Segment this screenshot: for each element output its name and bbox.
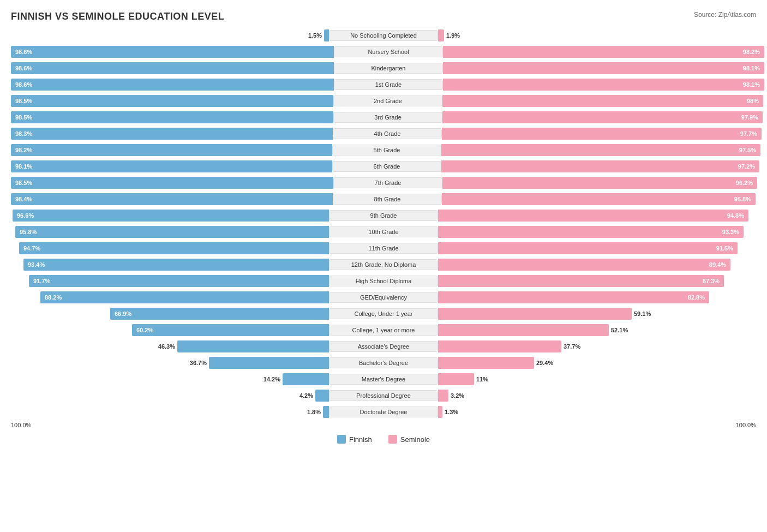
bar-left [283,373,329,385]
bar-right: 96.2% [442,177,757,189]
bar-row: 60.2%College, 1 year or more52.1% [11,322,756,338]
bar-center-label: 11th Grade [329,243,438,254]
legend: Finnish Seminole [11,435,756,444]
bar-right-wrap: 94.8% [438,208,756,223]
bar-row: 66.9%College, Under 1 year59.1% [11,306,756,321]
bar-left-wrap: 98.2% [11,142,332,158]
bar-center-label: 8th Grade [333,194,442,205]
bar-left-outside-label: 1.8% [307,409,321,415]
bar-right-inner-label: 98% [745,98,761,104]
bar-left-wrap: 60.2% [11,322,329,338]
finnish-color-box [337,435,346,444]
bar-left-inner-label: 98.6% [13,49,34,55]
bar-left: 98.5% [11,177,333,189]
bar-center-label: 6th Grade [332,161,441,172]
bar-left-inner-label: 95.8% [17,229,39,235]
bar-left-wrap: 98.5% [11,175,333,190]
chart-title: FINNISH VS SEMINOLE EDUCATION LEVEL [11,11,756,22]
bar-left-wrap: 14.2% [11,372,329,387]
bar-center-label: Kindergarten [334,63,443,74]
bar-center-label: College, Under 1 year [329,308,438,319]
bar-right-outside-label: 3.2% [451,392,464,399]
bar-left: 88.2% [40,291,329,303]
bar-left: 94.7% [19,242,329,254]
bar-right-wrap: 59.1% [438,306,756,321]
bar-row: 98.5%2nd Grade98% [11,93,756,109]
bar-row: 95.8%10th Grade93.3% [11,224,756,240]
bar-right [438,340,561,352]
bar-left [209,357,329,369]
bar-right-inner-label: 94.8% [725,212,746,219]
bar-right-outside-label: 1.9% [446,32,460,39]
bar-left-outside-label: 1.5% [308,32,322,39]
bar-center-label: Associate's Degree [329,341,438,352]
bar-center-label: No Schooling Completed [329,30,438,41]
bar-left: 98.5% [11,95,333,107]
bar-left-wrap: 96.6% [11,208,329,223]
bar-right-inner-label: 97.9% [739,114,760,121]
bar-left-inner-label: 88.2% [43,294,64,301]
bar-left: 95.8% [15,226,329,238]
footer-right: 100.0% [437,422,756,428]
seminole-color-box [388,435,397,444]
bar-center-label: 12th Grade, No Diploma [329,259,438,270]
bar-right: 94.8% [438,210,748,222]
bar-left-wrap: 88.2% [11,290,329,305]
bar-right-wrap: 97.5% [441,142,760,158]
bar-right-inner-label: 82.8% [686,294,707,301]
bar-left-inner-label: 98.5% [13,98,34,104]
bar-left-inner-label: 98.6% [13,81,34,88]
bar-row: 98.2%5th Grade97.5% [11,142,756,158]
bar-left-wrap: 1.8% [11,404,329,420]
bar-center-label: Master's Degree [329,374,438,385]
bar-left: 96.6% [13,210,329,222]
bar-right-wrap: 91.5% [438,241,756,256]
bar-left-inner-label: 98.6% [13,65,34,71]
bar-center-label: 3rd Grade [333,112,442,123]
bar-right-inner-label: 98.2% [741,49,762,55]
bar-left: 93.4% [23,259,329,271]
bar-right-inner-label: 93.3% [720,229,741,235]
legend-seminole: Seminole [388,435,430,444]
bar-row: 98.1%6th Grade97.2% [11,159,756,174]
bar-right-wrap: 82.8% [438,290,756,305]
bar-center-label: 10th Grade [329,226,438,237]
bar-right-wrap: 93.3% [438,224,756,240]
bar-right-inner-label: 97.5% [737,147,758,153]
bar-right: 97.5% [441,144,760,156]
bar-row: 14.2%Master's Degree11% [11,372,756,387]
finnish-label: Finnish [349,435,372,444]
bar-right: 98.2% [443,46,764,58]
bar-right-outside-label: 52.1% [611,327,628,333]
bar-left: 98.4% [11,193,333,205]
chart-container: FINNISH VS SEMINOLE EDUCATION LEVEL Sour… [0,0,767,532]
bar-center-label: 9th Grade [329,210,438,221]
bar-left-inner-label: 93.4% [26,261,47,268]
bar-left: 60.2% [132,324,329,336]
bar-left-wrap: 98.6% [11,61,334,76]
bar-right-inner-label: 91.5% [714,245,735,252]
bar-right-wrap: 29.4% [438,355,756,370]
bar-right: 87.3% [438,275,724,287]
bar-row: 98.5%3rd Grade97.9% [11,110,756,125]
bar-right: 98.1% [443,62,764,74]
bar-center-label: Bachelor's Degree [329,357,438,368]
bar-center-label: GED/Equivalency [329,292,438,303]
bar-row: 98.5%7th Grade96.2% [11,175,756,190]
bar-center-label: 4th Grade [333,128,442,139]
bar-center-label: 7th Grade [333,177,442,188]
bar-left [315,390,329,402]
bar-center-label: Doctorate Degree [329,407,438,417]
bar-right-wrap: 98.2% [443,44,764,59]
bar-row: 98.6%Nursery School98.2% [11,44,756,59]
bar-right-inner-label: 97.7% [738,130,759,137]
bar-left-wrap: 36.7% [11,355,329,370]
bar-center-label: Professional Degree [329,390,438,401]
bar-right-outside-label: 1.3% [445,409,458,415]
bar-right-wrap: 98.1% [443,77,764,92]
bar-row: 91.7%High School Diploma87.3% [11,273,756,289]
bar-right-outside-label: 29.4% [536,360,553,366]
bar-right-wrap: 97.7% [442,126,762,141]
bar-right-wrap: 98.1% [443,61,764,76]
bar-right: 91.5% [438,242,738,254]
